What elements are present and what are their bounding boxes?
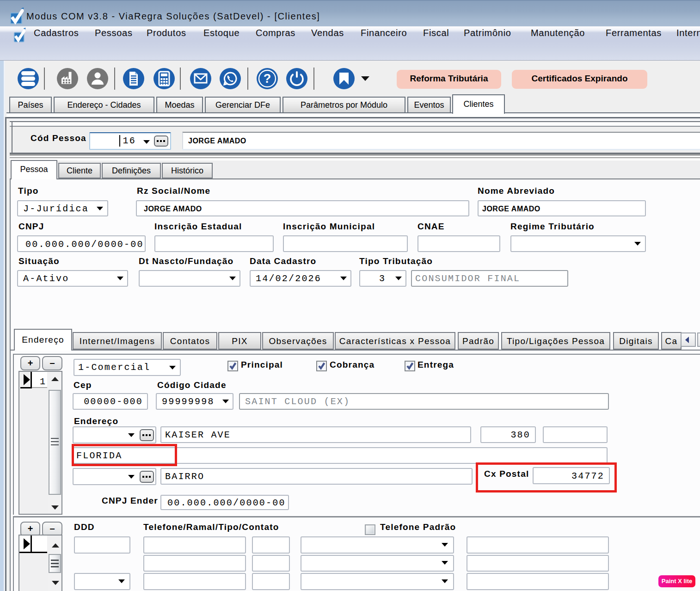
svg-text:?: ? xyxy=(264,72,271,86)
